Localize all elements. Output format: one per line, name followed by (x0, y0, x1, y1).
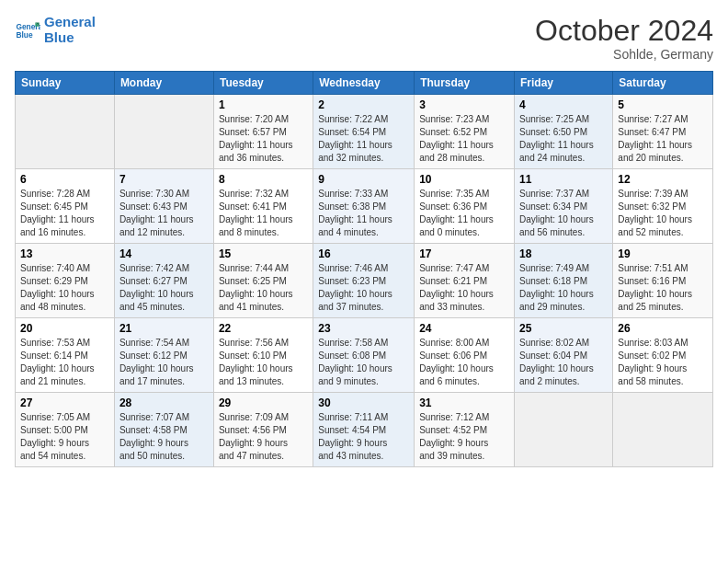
day-info: Sunrise: 7:27 AM Sunset: 6:47 PM Dayligh… (618, 113, 708, 165)
day-cell: 10Sunrise: 7:35 AM Sunset: 6:36 PM Dayli… (415, 169, 515, 244)
header: General Blue General Blue October 2024 S… (15, 15, 713, 62)
day-info: Sunrise: 7:47 AM Sunset: 6:21 PM Dayligh… (419, 262, 509, 314)
day-cell: 2Sunrise: 7:22 AM Sunset: 6:54 PM Daylig… (313, 95, 415, 169)
day-info: Sunrise: 7:20 AM Sunset: 6:57 PM Dayligh… (219, 113, 308, 165)
day-cell: 24Sunrise: 8:00 AM Sunset: 6:06 PM Dayli… (415, 318, 515, 393)
day-cell: 4Sunrise: 7:25 AM Sunset: 6:50 PM Daylig… (515, 95, 613, 169)
day-info: Sunrise: 7:56 AM Sunset: 6:10 PM Dayligh… (219, 337, 308, 388)
calendar-header: SundayMondayTuesdayWednesdayThursdayFrid… (16, 72, 713, 95)
week-row-3: 13Sunrise: 7:40 AM Sunset: 6:29 PM Dayli… (16, 244, 713, 318)
col-header-sunday: Sunday (16, 72, 115, 95)
day-info: Sunrise: 7:49 AM Sunset: 6:18 PM Dayligh… (519, 262, 608, 314)
week-row-4: 20Sunrise: 7:53 AM Sunset: 6:14 PM Dayli… (16, 318, 713, 393)
day-info: Sunrise: 7:12 AM Sunset: 4:52 PM Dayligh… (419, 411, 509, 463)
day-info: Sunrise: 7:54 AM Sunset: 6:12 PM Dayligh… (119, 337, 209, 388)
day-number: 8 (219, 173, 308, 186)
day-number: 7 (119, 173, 209, 186)
header-row: SundayMondayTuesdayWednesdayThursdayFrid… (16, 72, 713, 95)
col-header-wednesday: Wednesday (313, 72, 415, 95)
day-cell: 12Sunrise: 7:39 AM Sunset: 6:32 PM Dayli… (613, 169, 713, 244)
day-number: 4 (519, 98, 608, 111)
day-cell: 22Sunrise: 7:56 AM Sunset: 6:10 PM Dayli… (213, 318, 313, 393)
day-cell: 18Sunrise: 7:49 AM Sunset: 6:18 PM Dayli… (515, 244, 613, 318)
week-row-2: 6Sunrise: 7:28 AM Sunset: 6:45 PM Daylig… (16, 169, 713, 244)
day-cell (515, 393, 613, 467)
svg-text:Blue: Blue (16, 30, 32, 40)
week-row-1: 1Sunrise: 7:20 AM Sunset: 6:57 PM Daylig… (16, 95, 713, 169)
day-number: 20 (20, 322, 109, 335)
day-number: 28 (119, 396, 209, 409)
day-cell: 5Sunrise: 7:27 AM Sunset: 6:47 PM Daylig… (613, 95, 713, 169)
week-row-5: 27Sunrise: 7:05 AM Sunset: 5:00 PM Dayli… (16, 393, 713, 467)
day-cell: 13Sunrise: 7:40 AM Sunset: 6:29 PM Dayli… (16, 244, 115, 318)
day-number: 18 (519, 247, 608, 260)
day-number: 9 (318, 173, 409, 186)
day-info: Sunrise: 7:44 AM Sunset: 6:25 PM Dayligh… (219, 262, 308, 314)
day-info: Sunrise: 7:30 AM Sunset: 6:43 PM Dayligh… (119, 188, 209, 239)
day-info: Sunrise: 7:53 AM Sunset: 6:14 PM Dayligh… (20, 337, 109, 388)
day-number: 26 (618, 322, 708, 335)
day-number: 29 (219, 396, 308, 409)
day-info: Sunrise: 7:33 AM Sunset: 6:38 PM Dayligh… (318, 188, 409, 239)
day-cell: 23Sunrise: 7:58 AM Sunset: 6:08 PM Dayli… (313, 318, 415, 393)
day-info: Sunrise: 7:35 AM Sunset: 6:36 PM Dayligh… (419, 188, 509, 239)
day-cell: 30Sunrise: 7:11 AM Sunset: 4:54 PM Dayli… (313, 393, 415, 467)
day-number: 31 (419, 396, 509, 409)
logo: General Blue General Blue (15, 15, 96, 45)
logo-text: General Blue (44, 15, 96, 45)
day-info: Sunrise: 7:32 AM Sunset: 6:41 PM Dayligh… (219, 188, 308, 239)
day-cell: 28Sunrise: 7:07 AM Sunset: 4:58 PM Dayli… (114, 393, 213, 467)
day-number: 10 (419, 173, 509, 186)
day-number: 15 (219, 247, 308, 260)
day-info: Sunrise: 7:09 AM Sunset: 4:56 PM Dayligh… (219, 411, 308, 463)
day-info: Sunrise: 7:07 AM Sunset: 4:58 PM Dayligh… (119, 411, 209, 463)
day-cell: 31Sunrise: 7:12 AM Sunset: 4:52 PM Dayli… (415, 393, 515, 467)
day-info: Sunrise: 7:39 AM Sunset: 6:32 PM Dayligh… (618, 188, 708, 239)
day-number: 14 (119, 247, 209, 260)
calendar-page: General Blue General Blue October 2024 S… (0, 0, 728, 477)
day-cell: 1Sunrise: 7:20 AM Sunset: 6:57 PM Daylig… (213, 95, 313, 169)
col-header-saturday: Saturday (613, 72, 713, 95)
calendar-body: 1Sunrise: 7:20 AM Sunset: 6:57 PM Daylig… (16, 95, 713, 467)
day-number: 27 (20, 396, 109, 409)
day-cell: 9Sunrise: 7:33 AM Sunset: 6:38 PM Daylig… (313, 169, 415, 244)
day-number: 22 (219, 322, 308, 335)
day-cell: 27Sunrise: 7:05 AM Sunset: 5:00 PM Dayli… (16, 393, 115, 467)
day-number: 19 (618, 247, 708, 260)
day-info: Sunrise: 7:46 AM Sunset: 6:23 PM Dayligh… (318, 262, 409, 314)
day-cell: 15Sunrise: 7:44 AM Sunset: 6:25 PM Dayli… (213, 244, 313, 318)
day-info: Sunrise: 7:51 AM Sunset: 6:16 PM Dayligh… (618, 262, 708, 314)
day-number: 2 (318, 98, 409, 111)
day-number: 24 (419, 322, 509, 335)
day-number: 1 (219, 98, 308, 111)
logo-line1: General (44, 15, 96, 30)
day-cell: 14Sunrise: 7:42 AM Sunset: 6:27 PM Dayli… (114, 244, 213, 318)
day-cell (114, 95, 213, 169)
day-number: 21 (119, 322, 209, 335)
day-info: Sunrise: 7:40 AM Sunset: 6:29 PM Dayligh… (20, 262, 109, 314)
day-number: 6 (20, 173, 109, 186)
day-number: 16 (318, 247, 409, 260)
month-title: October 2024 (535, 15, 713, 47)
day-info: Sunrise: 8:00 AM Sunset: 6:06 PM Dayligh… (419, 337, 509, 388)
day-number: 17 (419, 247, 509, 260)
day-info: Sunrise: 7:22 AM Sunset: 6:54 PM Dayligh… (318, 113, 409, 165)
day-number: 23 (318, 322, 409, 335)
day-cell: 29Sunrise: 7:09 AM Sunset: 4:56 PM Dayli… (213, 393, 313, 467)
day-info: Sunrise: 8:03 AM Sunset: 6:02 PM Dayligh… (618, 337, 708, 388)
day-cell: 25Sunrise: 8:02 AM Sunset: 6:04 PM Dayli… (515, 318, 613, 393)
day-number: 12 (618, 173, 708, 186)
logo-icon: General Blue (15, 17, 40, 43)
day-number: 13 (20, 247, 109, 260)
day-cell (613, 393, 713, 467)
day-info: Sunrise: 7:58 AM Sunset: 6:08 PM Dayligh… (318, 337, 409, 388)
day-cell: 7Sunrise: 7:30 AM Sunset: 6:43 PM Daylig… (114, 169, 213, 244)
day-info: Sunrise: 7:42 AM Sunset: 6:27 PM Dayligh… (119, 262, 209, 314)
col-header-tuesday: Tuesday (213, 72, 313, 95)
day-info: Sunrise: 7:28 AM Sunset: 6:45 PM Dayligh… (20, 188, 109, 239)
day-cell: 11Sunrise: 7:37 AM Sunset: 6:34 PM Dayli… (515, 169, 613, 244)
day-cell: 21Sunrise: 7:54 AM Sunset: 6:12 PM Dayli… (114, 318, 213, 393)
day-number: 5 (618, 98, 708, 111)
day-info: Sunrise: 7:05 AM Sunset: 5:00 PM Dayligh… (20, 411, 109, 463)
day-info: Sunrise: 7:25 AM Sunset: 6:50 PM Dayligh… (519, 113, 608, 165)
